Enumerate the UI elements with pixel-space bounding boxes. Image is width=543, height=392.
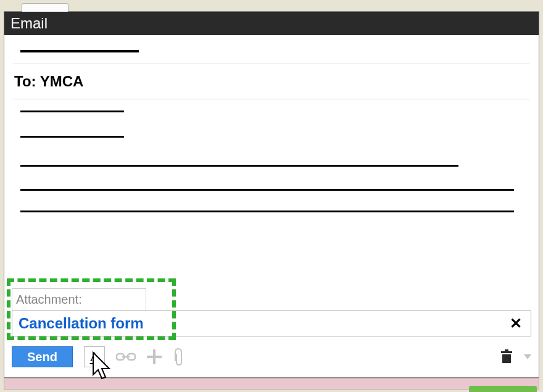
more-options-button[interactable] — [524, 354, 531, 359]
attachment-filename[interactable]: Cancellation form — [19, 315, 144, 332]
plus-icon — [147, 349, 162, 364]
body-text-line[interactable] — [20, 111, 124, 112]
status-bar — [4, 378, 539, 390]
svg-rect-4 — [501, 351, 512, 353]
add-button[interactable] — [147, 349, 162, 364]
to-field[interactable]: To: YMCA — [13, 64, 530, 99]
window-title: Email — [10, 15, 48, 32]
footer-area: Attachment: Cancellation form ✕ Send A — [4, 288, 539, 377]
subject-field[interactable] — [20, 50, 139, 52]
format-button-label: A — [90, 350, 99, 364]
insert-link-button[interactable] — [116, 352, 136, 362]
to-recipient: YMCA — [40, 73, 84, 90]
email-compose-window: Email To: YMCA Attachment: Cancellation … — [4, 11, 539, 378]
chevron-down-icon — [524, 354, 531, 359]
email-content: To: YMCA — [4, 35, 539, 212]
attachment-label: Attachment: — [12, 288, 146, 311]
svg-rect-5 — [505, 349, 508, 351]
titlebar: Email — [4, 12, 539, 35]
send-button[interactable]: Send — [12, 346, 73, 367]
window-tab[interactable] — [22, 3, 68, 12]
body-text-line[interactable] — [20, 211, 514, 212]
divider — [13, 99, 530, 99]
compose-toolbar: Send A — [12, 345, 531, 369]
body-text-line[interactable] — [20, 165, 458, 167]
attachment-row: Cancellation form ✕ — [12, 311, 531, 336]
attach-file-button[interactable] — [173, 348, 184, 366]
status-indicator — [469, 386, 537, 392]
send-button-label: Send — [27, 350, 57, 364]
to-label: To: — [14, 73, 36, 90]
body-text-line[interactable] — [20, 189, 514, 191]
svg-rect-3 — [502, 354, 511, 363]
body-text-line[interactable] — [20, 136, 124, 138]
remove-attachment-button[interactable]: ✕ — [507, 315, 524, 332]
delete-button[interactable] — [500, 349, 513, 364]
format-button[interactable]: A — [84, 346, 105, 367]
